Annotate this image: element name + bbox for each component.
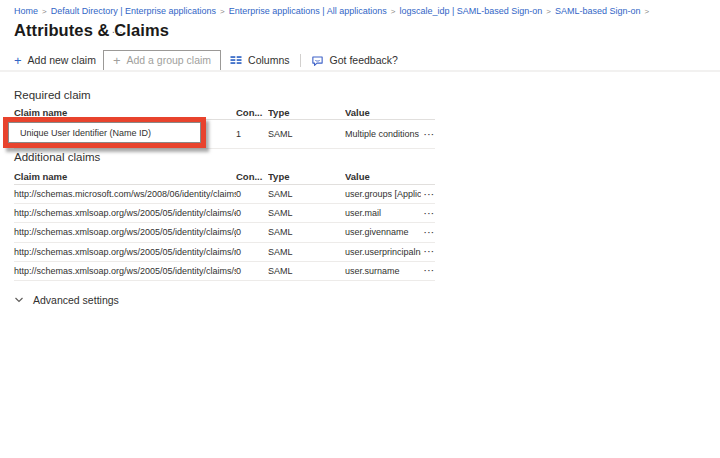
table-row[interactable]: http://schemas.xmlsoap.org/ws/2005/05/id… [14,262,435,281]
add-group-claim-label: Add a group claim [126,54,211,66]
row-actions-button[interactable]: ··· [421,190,435,199]
additional-claims-table: Claim name Con... Type Value http://sche… [14,168,435,281]
table-row[interactable]: http://schemas.microsoft.com/ws/2008/06/… [14,185,435,204]
breadcrumb-separator: > [546,7,551,16]
got-feedback-button[interactable]: Got feedback? [311,54,398,67]
required-claim-section-title: Required claim [14,89,91,101]
cell-value: user.mail [345,208,421,218]
cell-conditions: 0 [236,208,268,218]
column-header-conditions[interactable]: Con... [236,107,268,118]
table-header-row: Claim name Con... Type Value [14,168,435,185]
cell-type: SAML [268,129,345,139]
breadcrumb: Home>Default Directory | Enterprise appl… [14,6,712,17]
column-header-type[interactable]: Type [268,171,345,182]
columns-icon [230,54,242,66]
cell-type: SAML [268,266,345,276]
toolbar-divider [300,54,301,67]
column-header-claim-name[interactable]: Claim name [14,107,236,118]
chevron-down-icon [14,295,24,305]
plus-icon: + [14,54,22,67]
row-actions-button[interactable]: ··· [421,247,435,256]
row-actions-button[interactable]: ··· [421,266,435,275]
attributes-claims-page: Home>Default Directory | Enterprise appl… [0,0,720,458]
cell-claim-name: http://schemas.xmlsoap.org/ws/2005/05/id… [14,227,236,237]
breadcrumb-separator: > [220,7,225,16]
breadcrumb-item-home[interactable]: Home [14,6,38,16]
column-header-conditions[interactable]: Con... [236,171,268,182]
breadcrumb-separator: > [42,7,47,16]
breadcrumb-separator: > [645,7,650,16]
cell-conditions: 1 [236,129,268,139]
cell-conditions: 0 [236,227,268,237]
breadcrumb-item-saml-signon[interactable]: SAML-based Sign-on [555,6,641,16]
cell-type: SAML [268,208,345,218]
row-actions-button[interactable]: ··· [421,209,435,218]
cell-type: SAML [268,189,345,199]
command-bar: + Add new claim + Add a group claim Colu… [14,49,720,71]
columns-label: Columns [248,54,289,66]
breadcrumb-separator: > [391,7,396,16]
annotation-highlight-box: Unique User Identifier (Name ID) [3,117,206,148]
cell-value: user.surname [345,266,421,276]
additional-claims-section-title: Additional claims [14,151,100,163]
table-row[interactable]: http://schemas.xmlsoap.org/ws/2005/05/id… [14,204,435,223]
table-row[interactable]: http://schemas.xmlsoap.org/ws/2005/05/id… [14,243,435,262]
cell-conditions: 0 [236,266,268,276]
advanced-settings-toggle[interactable]: Advanced settings [14,294,119,306]
row-actions-button[interactable]: ··· [421,130,435,139]
required-claim-name-cell[interactable]: Unique User Identifier (Name ID) [8,122,201,143]
page-title: Attributes & Claims [14,21,169,40]
toolbar-bottom-rule [0,70,720,72]
breadcrumb-item-logscale-idp[interactable]: logscale_idp | SAML-based Sign-on [399,6,542,16]
got-feedback-label: Got feedback? [330,54,398,66]
add-new-claim-label: Add new claim [28,54,96,66]
breadcrumb-item-all-applications[interactable]: Enterprise applications | All applicatio… [229,6,387,16]
table-row[interactable]: http://schemas.xmlsoap.org/ws/2005/05/id… [14,223,435,242]
cell-conditions: 0 [236,247,268,257]
title-overflow-icon[interactable]: ... [112,24,123,35]
cell-value: Multiple conditions [... [345,129,421,139]
cell-claim-name: http://schemas.microsoft.com/ws/2008/06/… [14,189,236,199]
column-header-claim-name[interactable]: Claim name [14,171,236,182]
column-header-type[interactable]: Type [268,107,345,118]
column-header-value[interactable]: Value [345,171,421,182]
add-new-claim-button[interactable]: + Add new claim [14,54,96,67]
plus-icon: + [113,54,121,67]
cell-claim-name: http://schemas.xmlsoap.org/ws/2005/05/id… [14,247,236,257]
row-actions-button[interactable]: ··· [421,228,435,237]
cell-claim-name: http://schemas.xmlsoap.org/ws/2005/05/id… [14,208,236,218]
breadcrumb-item-directory-enterprise-apps[interactable]: Default Directory | Enterprise applicati… [51,6,216,16]
add-group-claim-button[interactable]: + Add a group claim [103,50,221,71]
cell-value: user.groups [Applica... [345,189,421,199]
feedback-icon [311,54,324,67]
cell-value: user.givenname [345,227,421,237]
columns-button[interactable]: Columns [230,54,289,66]
cell-claim-name: http://schemas.xmlsoap.org/ws/2005/05/id… [14,266,236,276]
cell-conditions: 0 [236,189,268,199]
cell-type: SAML [268,247,345,257]
cell-value: user.userprincipalna... [345,247,421,257]
cell-type: SAML [268,227,345,237]
advanced-settings-label: Advanced settings [33,294,119,306]
column-header-value[interactable]: Value [345,107,421,118]
